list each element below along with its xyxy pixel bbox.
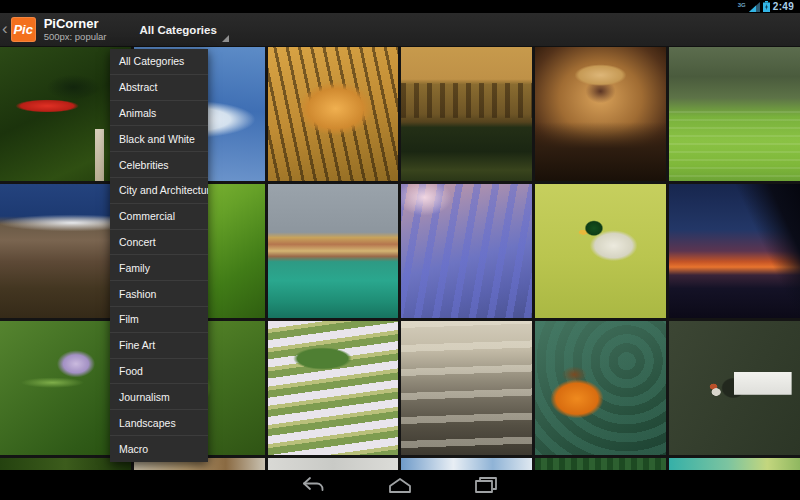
category-spinner[interactable]: All Categories [133, 15, 230, 45]
dropdown-item[interactable]: Abstract [110, 75, 208, 101]
dropdown-item[interactable]: Landscapes [110, 410, 208, 436]
clock: 2:49 [773, 1, 794, 12]
system-nav-bar [0, 470, 800, 500]
category-dropdown: All Categories Abstract Animals Black an… [110, 49, 208, 462]
up-chevron-icon[interactable]: ‹ [0, 20, 11, 39]
app-logo-text: Pic [13, 22, 33, 37]
photo-white-flower-garden[interactable] [268, 321, 399, 455]
dropdown-item[interactable]: Animals [110, 101, 208, 127]
signal-strength-icon [749, 2, 760, 12]
photo-burano-canal-boats[interactable] [268, 184, 399, 318]
home-button[interactable] [383, 474, 417, 496]
page-title: PiCorner [44, 17, 107, 32]
network-type-label: 3G [738, 2, 746, 8]
photo-tiger[interactable] [268, 47, 399, 181]
dropdown-item[interactable]: Journalism [110, 384, 208, 410]
title-block: PiCorner 500px: popular [44, 17, 107, 43]
app-screen: 3G 2:49 ‹ Pic PiCorner 500px: popular Al… [0, 0, 800, 500]
photo-mallard-duck[interactable] [535, 184, 666, 318]
dropdown-item[interactable]: Film [110, 307, 208, 333]
photo-monks-lotus-boat[interactable] [535, 321, 666, 455]
photo-partial-row4-6[interactable] [669, 458, 800, 470]
dropdown-item[interactable]: Concert [110, 230, 208, 256]
home-icon [388, 477, 412, 494]
photo-telephoto-lens-bird[interactable] [669, 321, 800, 455]
photo-foggy-valley[interactable] [401, 321, 532, 455]
dropdown-item[interactable]: Black and White [110, 126, 208, 152]
dropdown-item[interactable]: All Categories [110, 49, 208, 75]
photo-bluebell-flowers[interactable] [401, 184, 532, 318]
photo-partial-row4-4[interactable] [401, 458, 532, 470]
recents-icon [474, 476, 498, 494]
page-subtitle: 500px: popular [44, 32, 107, 43]
back-icon [301, 476, 327, 494]
dropdown-item[interactable]: Family [110, 255, 208, 281]
dropdown-item[interactable]: Fashion [110, 281, 208, 307]
category-spinner-label: All Categories [140, 24, 217, 36]
photo-rice-terraces[interactable] [669, 47, 800, 181]
photo-venice-golden-canal[interactable] [401, 47, 532, 181]
action-bar: ‹ Pic PiCorner 500px: popular All Catego… [0, 13, 800, 47]
battery-charging-icon [763, 1, 770, 12]
dropdown-item[interactable]: City and Architecture [110, 178, 208, 204]
app-logo-icon[interactable]: Pic [11, 17, 36, 42]
dropdown-item[interactable]: Fine Art [110, 333, 208, 359]
spinner-caret-icon [222, 35, 229, 42]
dropdown-item[interactable]: Macro [110, 436, 208, 462]
dropdown-item[interactable]: Food [110, 359, 208, 385]
dropdown-item[interactable]: Commercial [110, 204, 208, 230]
photo-partial-row4-3[interactable] [268, 458, 399, 470]
photo-sunset-beach[interactable] [669, 184, 800, 318]
back-button[interactable] [297, 474, 331, 496]
photo-partial-row4-5[interactable] [535, 458, 666, 470]
photo-woman-straw-hat[interactable] [535, 47, 666, 181]
dropdown-item[interactable]: Celebrities [110, 152, 208, 178]
status-bar: 3G 2:49 [0, 0, 800, 13]
recents-button[interactable] [469, 474, 503, 496]
